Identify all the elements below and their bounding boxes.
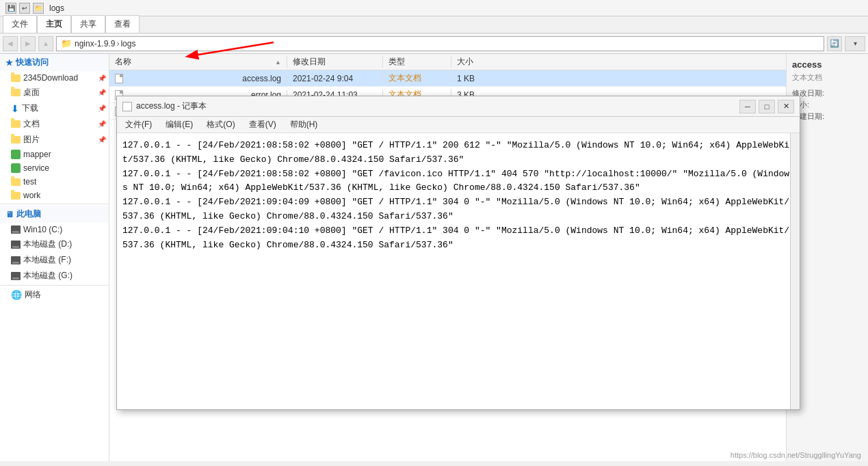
folder-icon-desktop xyxy=(11,89,21,96)
tab-share[interactable]: 共享 xyxy=(71,15,105,33)
sidebar-label-2345: 2345Download xyxy=(23,73,78,83)
folder-icon-pics xyxy=(11,136,21,143)
col-header-size[interactable]: 大小 xyxy=(451,56,506,68)
drive-g-icon xyxy=(11,272,21,280)
sidebar-thispc-header[interactable]: 🖥 此电脑 xyxy=(0,206,109,223)
col-header-modified[interactable]: 修改日期 xyxy=(287,56,383,68)
sidebar-item-documents[interactable]: 文档 📌 xyxy=(0,116,109,132)
pin-icon-2345: 📌 xyxy=(98,74,106,82)
undo-icon[interactable]: ↩ xyxy=(19,3,30,14)
notepad-minimize-btn[interactable]: ─ xyxy=(739,100,756,113)
save-icon[interactable]: 💾 xyxy=(5,3,16,14)
path-segment-2: logs xyxy=(120,39,135,49)
tab-view[interactable]: 查看 xyxy=(105,15,140,33)
dropdown-button[interactable]: ▾ xyxy=(845,36,865,51)
sidebar-item-downloads[interactable]: ⬇ 下载 📌 xyxy=(0,100,109,116)
sidebar-item-pictures[interactable]: 图片 📌 xyxy=(0,132,109,148)
green-icon-mapper xyxy=(11,150,21,159)
star-icon: ★ xyxy=(5,58,13,68)
notepad-maximize-btn[interactable]: □ xyxy=(759,100,775,113)
sort-arrow-name: ▲ xyxy=(275,59,281,66)
back-button[interactable]: ◀ xyxy=(3,36,18,51)
file-list-header: 名称 ▲ 修改日期 类型 大小 xyxy=(109,54,786,70)
file-size-access: 1 KB xyxy=(451,74,506,83)
thispc-label: 此电脑 xyxy=(16,208,41,220)
right-panel-created-label: 创建日期: xyxy=(792,111,863,122)
notepad-menubar: 文件(F) 编辑(E) 格式(O) 查看(V) 帮助(H) xyxy=(117,117,800,133)
sidebar-drive-c[interactable]: Win10 (C:) xyxy=(0,223,109,236)
file-type-access: 文本文档 xyxy=(383,72,451,84)
drive-c-icon xyxy=(11,225,21,234)
col-header-name[interactable]: 名称 ▲ xyxy=(109,56,287,68)
sidebar-quickaccess-header[interactable]: ★ 快速访问 xyxy=(0,54,109,71)
drive-d-icon xyxy=(11,241,21,249)
drive-f-label: 本地磁盘 (F:) xyxy=(23,254,71,266)
notepad-menu-format[interactable]: 格式(O) xyxy=(201,118,240,132)
download-icon: ⬇ xyxy=(11,103,19,114)
file-name-access: access.log xyxy=(242,74,281,83)
sidebar-label-docs: 文档 xyxy=(23,118,40,130)
tab-file[interactable]: 文件 xyxy=(3,15,37,33)
computer-icon: 🖥 xyxy=(5,210,14,219)
sidebar-drive-d[interactable]: 本地磁盘 (D:) xyxy=(0,236,109,252)
sidebar-item-service[interactable]: service xyxy=(0,161,109,175)
address-path[interactable]: 📁 nginx-1.9.9 › logs xyxy=(56,36,824,51)
sidebar-label-test: test xyxy=(23,177,36,187)
sidebar-label-work: work xyxy=(23,191,40,200)
pin-icon-pics: 📌 xyxy=(98,136,106,143)
sidebar-item-2345download[interactable]: 2345Download 📌 xyxy=(0,71,109,85)
sidebar-label-service: service xyxy=(23,163,49,173)
sidebar-divider-1 xyxy=(0,204,109,204)
notepad-title: access.log - 记事本 xyxy=(136,100,207,112)
folder-icon-work xyxy=(11,192,21,200)
sidebar-network[interactable]: 🌐 网络 xyxy=(0,287,109,303)
drive-g-label: 本地磁盘 (G:) xyxy=(23,270,73,282)
sidebar-item-mapper[interactable]: mapper xyxy=(0,148,109,161)
notepad-menu-edit[interactable]: 编辑(E) xyxy=(160,118,198,132)
tab-home[interactable]: 主页 xyxy=(37,15,71,33)
folder-icon-test xyxy=(11,178,21,186)
sidebar-label-pics: 图片 xyxy=(23,134,40,146)
address-bar: ◀ ▶ ▲ 📁 nginx-1.9.9 › logs 🔄 ▾ xyxy=(0,33,868,54)
notepad-titlebar: access.log - 记事本 ─ □ ✕ xyxy=(117,96,800,117)
pin-icon-downloads: 📌 xyxy=(98,105,106,112)
sidebar-label-mapper: mapper xyxy=(23,150,51,159)
notepad-menu-view[interactable]: 查看(V) xyxy=(244,118,282,132)
sidebar-label-desktop: 桌面 xyxy=(23,87,40,98)
notepad-window: access.log - 记事本 ─ □ ✕ 文件(F) 编辑(E) 格式(O)… xyxy=(116,96,800,410)
drive-d-label: 本地磁盘 (D:) xyxy=(23,238,72,250)
notepad-menu-file[interactable]: 文件(F) xyxy=(120,118,157,132)
notepad-content[interactable]: 127.0.0.1 - - [24/Feb/2021:08:58:02 +080… xyxy=(117,133,800,409)
right-panel-title: access xyxy=(792,59,863,70)
up-button[interactable]: ▲ xyxy=(38,36,53,51)
network-label: 网络 xyxy=(25,289,41,301)
sidebar-label-downloads: 下载 xyxy=(22,102,38,114)
pin-icon-desktop: 📌 xyxy=(98,89,106,96)
sidebar-item-test[interactable]: test xyxy=(0,175,109,189)
watermark: https://blog.csdn.net/StruggllingYuYang xyxy=(731,451,861,459)
path-folder-icon: 📁 xyxy=(61,38,72,49)
path-segment-1: nginx-1.9.9 xyxy=(75,39,115,49)
drive-f-icon xyxy=(11,256,21,264)
folder-icon-btn[interactable]: 📁 xyxy=(33,3,44,14)
file-modified-access: 2021-02-24 9:04 xyxy=(287,74,383,83)
notepad-menu-help[interactable]: 帮助(H) xyxy=(285,118,324,132)
col-header-type[interactable]: 类型 xyxy=(383,56,451,68)
notepad-close-btn[interactable]: ✕ xyxy=(778,100,794,113)
notepad-window-buttons: ─ □ ✕ xyxy=(739,100,794,113)
sidebar-drive-f[interactable]: 本地磁盘 (F:) xyxy=(0,252,109,268)
green-icon-service xyxy=(11,163,21,173)
sidebar-drive-g[interactable]: 本地磁盘 (G:) xyxy=(0,268,109,284)
forward-button[interactable]: ▶ xyxy=(21,36,36,51)
refresh-button[interactable]: 🔄 xyxy=(827,36,842,51)
folder-icon-docs xyxy=(11,120,21,128)
notepad-scrollbar[interactable] xyxy=(790,133,800,409)
sidebar-item-desktop[interactable]: 桌面 📌 xyxy=(0,85,109,100)
sidebar-item-work[interactable]: work xyxy=(0,189,109,202)
file-icon-access xyxy=(115,74,123,83)
network-icon: 🌐 xyxy=(11,290,22,300)
right-panel-type: 文本文档 xyxy=(792,72,863,83)
folder-icon-2345 xyxy=(11,74,21,82)
file-row-access-log[interactable]: access.log 2021-02-24 9:04 文本文档 1 KB xyxy=(109,70,786,87)
sidebar: ★ 快速访问 2345Download 📌 桌面 📌 ⬇ 下载 📌 文档 📌 图… xyxy=(0,54,109,461)
